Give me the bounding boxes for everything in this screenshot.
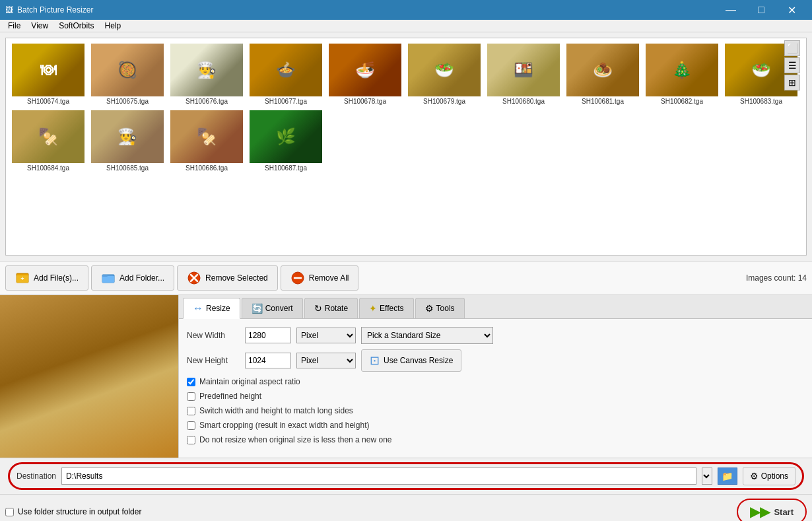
destination-dropdown[interactable]: D:\Results [702,468,712,485]
add-files-label: Add File(s)... [34,273,79,283]
list-item[interactable]: 🥘SH100675.tga [90,44,164,105]
tab-convert[interactable]: 🔄 Convert [242,298,303,318]
svg-rect-4 [102,276,114,283]
list-item[interactable]: 🍢SH100686.tga [170,110,244,172]
image-filename: SH100679.tga [423,98,465,105]
no-resize-checkbox[interactable] [187,436,195,444]
no-resize-label[interactable]: Do not resize when original size is less… [199,435,392,444]
resize-settings: New Width Pixel Percent Inch Cm Pick a S… [179,319,812,458]
tools-tab-label: Tools [436,304,455,313]
svg-rect-5 [102,275,108,277]
large-icons-button[interactable]: ⬜ [784,40,800,56]
remove-all-button[interactable]: Remove All [281,265,359,291]
destination-label: Destination [17,471,56,481]
height-unit-select[interactable]: Pixel Percent Inch Cm [296,353,356,368]
bottom-section: ↔ Resize 🔄 Convert ↻ Rotate ✦ Effects [0,295,812,521]
remove-all-label: Remove All [309,273,349,283]
canvas-resize-button[interactable]: ⊡ Use Canvas Resize [361,349,461,372]
destination-browse-button[interactable]: 📁 [718,468,737,485]
start-icon: ▶▶ [750,504,770,520]
predefined-height-checkbox[interactable] [187,392,195,401]
maintain-aspect-label[interactable]: Maintain original aspect ratio [199,377,300,386]
close-button[interactable]: ✕ [776,0,807,20]
list-item[interactable]: 🍲SH100677.tga [249,44,323,105]
list-item[interactable]: 🎄SH100682.tga [645,44,719,105]
image-filename: SH100677.tga [265,98,307,105]
width-unit-select[interactable]: Pixel Percent Inch Cm [296,328,356,343]
browse-icon: 📁 [722,471,733,481]
tab-rotate[interactable]: ↻ Rotate [304,298,358,318]
start-button[interactable]: ▶▶ Start [737,499,807,521]
standard-size-select[interactable]: Pick a Standard Size 640 × 480 800 × 600… [361,327,493,344]
maximize-button[interactable]: □ [746,0,776,20]
destination-input[interactable] [61,468,696,485]
new-height-label: New Height [187,356,240,365]
destination-bar: Destination D:\Results 📁 ⚙ Options [8,462,804,490]
grid-button[interactable]: ⊞ [784,75,800,90]
minimize-button[interactable]: — [716,0,746,20]
list-item[interactable]: 🍜SH100678.tga [328,44,402,105]
options-label: Options [761,471,788,481]
use-folder-structure-label[interactable]: Use folder structure in output folder [18,507,141,516]
use-folder-structure-row: Use folder structure in output folder [5,507,141,516]
images-count: Images count: 14 [746,273,807,283]
gallery-view-controls: ⬜ ☰ ⊞ [784,40,800,90]
add-folder-button[interactable]: Add Folder... [91,265,174,291]
list-item[interactable]: 🍢SH100684.tga [11,110,85,172]
no-resize-row: Do not resize when original size is less… [187,435,804,444]
start-label: Start [774,507,794,517]
predefined-height-label[interactable]: Predefined height [199,392,261,401]
remove-selected-button[interactable]: Remove Selected [177,265,278,291]
list-button[interactable]: ☰ [784,57,800,73]
title-bar: 🖼 Batch Picture Resizer — □ ✕ [0,0,812,20]
list-item[interactable]: 👨‍🍳SH100676.tga [170,44,244,105]
tab-tools[interactable]: ⚙ Tools [415,298,465,318]
canvas-resize-icon: ⊡ [370,353,380,368]
menu-softorbits[interactable]: SoftOrbits [53,20,99,32]
menu-file[interactable]: File [3,20,26,32]
remove-selected-icon [187,271,201,285]
image-filename: SH100686.tga [186,164,228,172]
tab-effects[interactable]: ✦ Effects [359,298,413,318]
smart-crop-checkbox[interactable] [187,421,195,430]
switch-sides-label[interactable]: Switch width and height to match long si… [199,406,353,415]
effects-tab-label: Effects [380,304,403,313]
add-folder-icon [101,271,116,285]
maintain-aspect-row: Maintain original aspect ratio [187,377,804,386]
main-toolbar: + Add File(s)... Add Folder... [0,261,812,295]
menu-help[interactable]: Help [100,20,127,32]
width-row: New Width Pixel Percent Inch Cm Pick a S… [187,327,804,344]
list-item[interactable]: 🍱SH100680.tga [487,44,560,105]
resize-tab-label: Resize [206,304,230,313]
convert-tab-icon: 🔄 [252,303,263,314]
rotate-tab-label: Rotate [325,304,348,313]
smart-crop-label[interactable]: Smart cropping (result in exact width an… [199,421,369,430]
image-filename: SH100687.tga [265,164,307,172]
add-files-button[interactable]: + Add File(s)... [5,265,88,291]
new-height-input[interactable] [245,353,291,368]
image-filename: SH100684.tga [27,164,69,172]
preview-image [0,295,178,458]
list-item[interactable]: 🧆SH100681.tga [566,44,640,105]
new-width-input[interactable] [245,328,291,343]
list-item[interactable]: 🍽SH100674.tga [11,44,85,105]
image-filename: SH100685.tga [106,164,149,172]
rotate-tab-icon: ↻ [314,303,322,314]
add-folder-label: Add Folder... [119,273,164,283]
image-filename: SH100682.tga [661,98,703,105]
image-filename: SH100678.tga [344,98,386,105]
switch-sides-checkbox[interactable] [187,407,195,415]
use-folder-structure-checkbox[interactable] [5,508,14,516]
app-title: Batch Picture Resizer [17,5,712,15]
tab-resize[interactable]: ↔ Resize [183,298,240,319]
maintain-aspect-checkbox[interactable] [187,378,195,386]
image-filename: SH100681.tga [582,98,624,105]
options-button[interactable]: ⚙ Options [743,467,795,485]
list-item[interactable]: 👨‍🍳SH100685.tga [90,110,164,172]
list-item[interactable]: 🥗SH100679.tga [407,44,481,105]
options-icon: ⚙ [750,471,759,481]
remove-all-icon [290,271,305,285]
predefined-height-row: Predefined height [187,392,804,401]
list-item[interactable]: 🌿SH100687.tga [249,110,323,172]
menu-view[interactable]: View [26,20,53,32]
